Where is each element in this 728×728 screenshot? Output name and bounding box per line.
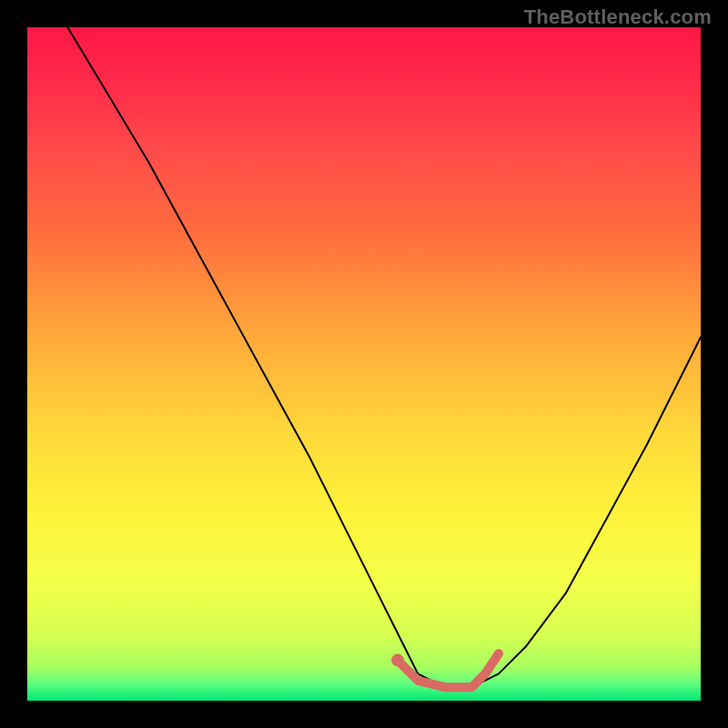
watermark-text: TheBottleneck.com <box>524 5 712 29</box>
bottleneck-curve <box>27 0 701 687</box>
chart-plot-area <box>27 27 701 701</box>
highlight-dot <box>391 654 404 667</box>
chart-stage: TheBottleneck.com <box>0 0 728 728</box>
chart-svg <box>27 27 701 701</box>
